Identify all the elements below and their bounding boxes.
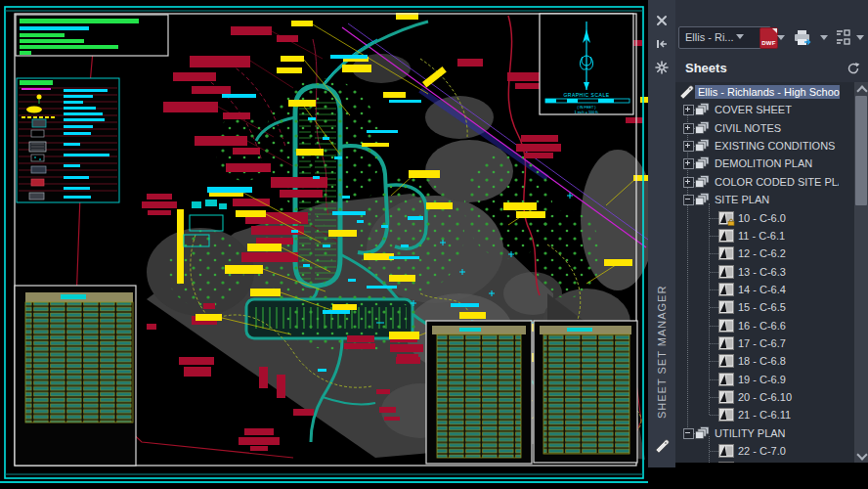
tree-item-subset[interactable]: DEMOLITION PLAN	[675, 155, 854, 172]
subset-icon	[695, 139, 710, 152]
subset-icon	[695, 193, 710, 205]
tree-item-sheet[interactable]: 15 - C-6.5	[675, 298, 854, 316]
subset-icon	[695, 175, 710, 188]
chevron-down-icon[interactable]	[856, 35, 864, 40]
sheet-set-dropdown[interactable]: Ellis - Ri...	[678, 26, 771, 49]
subset-icon	[695, 426, 710, 439]
palette-title: SHEET SET MANAGER	[656, 243, 668, 419]
panel-title: Sheets	[685, 61, 727, 75]
sheet-set-manager-panel: Ellis - Ri... DWF Sheets	[675, 0, 868, 463]
tree-item-sheet[interactable]: 23 - C-7.1	[675, 460, 854, 463]
subset-icon	[695, 103, 710, 115]
tree-scrollbar[interactable]	[854, 82, 868, 463]
general-notes-box	[16, 15, 168, 56]
palette-titlebar: SHEET SET MANAGER	[648, 0, 675, 467]
tree-item-sheet[interactable]: 19 - C-6.9	[675, 371, 854, 388]
tree-item-sheet[interactable]: 17 - C-6.7	[675, 334, 854, 352]
chevron-down-icon[interactable]	[820, 35, 828, 40]
north-arrow-inset: GRAPHIC SCALE ( IN FEET ) 1 inch = 100 f…	[540, 14, 633, 114]
tree-item-subset[interactable]: SITE PLAN	[675, 191, 854, 208]
chevron-down-icon[interactable]	[777, 35, 785, 40]
scroll-up-button[interactable]	[854, 82, 868, 96]
expand-toggle[interactable]	[683, 141, 694, 152]
tree-item-sheet-set-root[interactable]: Ellis - Richlands - High School	[675, 83, 854, 101]
plot-icon[interactable]	[793, 28, 812, 47]
autocad-sheet-set-manager-screen: { "palette": { "title_vertical": "SHEET …	[0, 0, 868, 489]
sheet-icon	[718, 229, 734, 243]
collapse-toggle[interactable]	[683, 428, 694, 439]
tree-item-sheet[interactable]: 22 - C-7.0	[675, 442, 854, 460]
tree-item-sheet[interactable]: 10 - C-6.0	[675, 209, 854, 227]
cad-drawing-canvas[interactable]: GRAPHIC SCALE ( IN FEET ) 1 inch = 100 f…	[0, 0, 648, 489]
tree-item-sheet[interactable]: 18 - C-6.8	[675, 352, 854, 370]
legend-box	[17, 78, 119, 202]
sheet-icon	[718, 462, 734, 463]
tree-item-subset[interactable]: COVER SHEET	[675, 101, 854, 118]
auto-hide-pin-icon[interactable]	[655, 37, 669, 51]
tree-item-sheet[interactable]: 12 - C-6.2	[675, 244, 854, 262]
sheet-set-icon	[654, 438, 670, 454]
collapse-toggle[interactable]	[683, 195, 694, 205]
expand-toggle[interactable]	[683, 123, 694, 134]
graphic-scale-ratio: 1 inch = 100 ft.	[574, 111, 598, 114]
tree-item-subset[interactable]: CIVIL NOTES	[675, 119, 854, 137]
panel-toolbar: Ellis - Ri... DWF	[675, 0, 868, 57]
sheet-set-icon	[678, 84, 694, 100]
subset-icon	[695, 121, 710, 134]
scrollbar-thumb[interactable]	[855, 96, 867, 205]
tree-item-subset[interactable]: UTILITY PLAN	[675, 424, 854, 442]
scroll-down-button[interactable]	[854, 449, 868, 463]
sheet-icon	[718, 373, 734, 386]
graphic-scale-title: GRAPHIC SCALE	[563, 92, 609, 98]
tree-item-sheet[interactable]: 11 - C-6.1	[675, 227, 854, 244]
tree-item-sheet[interactable]: 20 - C-6.10	[675, 388, 854, 406]
properties-gear-icon[interactable]	[655, 61, 669, 74]
sheet-icon	[718, 408, 734, 422]
expand-toggle[interactable]	[683, 105, 694, 115]
schedule-table-west	[15, 286, 136, 466]
graphic-scale-units: ( IN FEET )	[577, 106, 596, 110]
tree-item-subset[interactable]: COLOR CODED SITE PLAN	[675, 173, 854, 191]
tree-item-sheet[interactable]: 21 - C-6.11	[675, 406, 854, 423]
tree-item-sheet[interactable]: 13 - C-6.3	[675, 263, 854, 281]
panel-header: Sheets	[675, 56, 868, 82]
sheet-icon	[718, 283, 734, 296]
page-fold-icon	[772, 28, 777, 33]
schedule-table-east	[534, 321, 637, 463]
sheet-icon	[718, 336, 734, 350]
chevron-down-icon[interactable]	[736, 34, 744, 39]
schedule-table-center	[426, 321, 532, 464]
sheet-icon	[718, 300, 734, 314]
close-icon[interactable]	[655, 14, 669, 27]
publish-dwf-button[interactable]: DWF	[760, 27, 778, 49]
sheet-icon	[718, 265, 734, 279]
sheet-selections-icon[interactable]	[835, 28, 851, 46]
sheet-icon	[718, 319, 734, 333]
sheet-icon	[718, 390, 734, 404]
expand-toggle[interactable]	[683, 177, 694, 188]
refresh-icon[interactable]	[846, 62, 860, 75]
sheet-icon	[718, 246, 734, 260]
sheet-tree: Ellis - Richlands - High School COVER SH…	[675, 82, 868, 463]
tree-item-sheet[interactable]: 16 - C-6.6	[675, 317, 854, 334]
subset-icon	[695, 156, 710, 169]
tree-item-sheet[interactable]: 14 - C-6.4	[675, 281, 854, 298]
lock-icon	[727, 218, 735, 226]
sheet-icon	[718, 354, 734, 368]
sheet-icon	[718, 444, 734, 458]
tree-item-subset[interactable]: EXISTING CONDITIONS	[675, 137, 854, 155]
expand-toggle[interactable]	[683, 158, 694, 169]
